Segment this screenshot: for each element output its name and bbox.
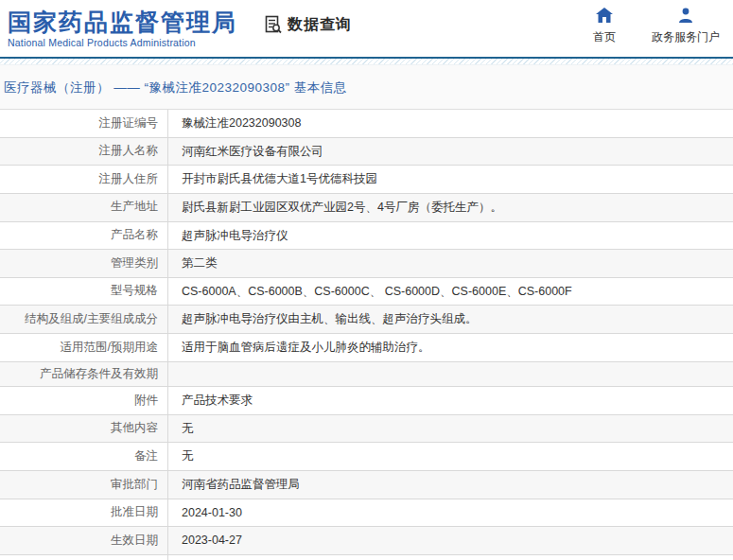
row-label: 审批部门 (0, 471, 168, 499)
row-label: 管理类别 (0, 250, 168, 277)
row-label-text: 备注 (134, 448, 158, 465)
row-value: 超声脉冲电导治疗仪由主机、输出线、超声治疗头组成。 (168, 306, 733, 333)
breadcrumb: 医疗器械（注册） —— “豫械注准20232090308” 基本信息 (0, 65, 733, 109)
row-label: 生产地址 (0, 194, 168, 221)
table-row: 产品名称超声脉冲电导治疗仪 (0, 222, 733, 251)
table-row: 生效日期2023-04-27 (0, 527, 733, 555)
row-value: 2028-04-26 (168, 555, 733, 560)
row-value: 第二类 (168, 250, 733, 277)
header-nav: 首页 政务服务门户 (593, 8, 720, 45)
row-label: 生效日期 (0, 527, 168, 554)
row-label: 注册人住所 (0, 166, 168, 193)
row-label-text: 管理类别 (111, 255, 158, 272)
row-label: 注册人名称 (0, 138, 168, 166)
table-row: 适用范围/预期用途适用于脑血管病后遗症及小儿肺炎的辅助治疗。 (0, 334, 733, 362)
row-value: 开封市尉氏县优德大道1号优德科技园 (168, 166, 733, 193)
row-value: 豫械注准20232090308 (168, 110, 733, 137)
row-label: 适用范围/预期用途 (0, 334, 168, 361)
row-label: 产品名称 (0, 222, 168, 250)
table-row: 注册人名称河南红米医疗设备有限公司 (0, 138, 733, 166)
header-hatch-band (0, 59, 733, 65)
row-label: 有效期至 (0, 555, 168, 560)
nav-gov-portal[interactable]: 政务服务门户 (652, 8, 720, 45)
row-value: 尉氏县新尉工业园区双优产业园2号、4号厂房（委托生产）。 (168, 194, 733, 221)
row-label-text: 产品储存条件及有效期 (40, 366, 158, 383)
table-row: 有效期至2028-04-26 (0, 555, 733, 560)
row-value: CS-6000A、CS-6000B、CS-6000C、 CS-6000D、CS-… (168, 278, 733, 306)
row-label-text: 生产地址 (111, 199, 158, 216)
table-row: 附件产品技术要求 (0, 387, 733, 415)
table-row: 型号规格CS-6000A、CS-6000B、CS-6000C、 CS-6000D… (0, 278, 733, 306)
row-value: 超声脉冲电导治疗仪 (168, 222, 733, 250)
row-value: 适用于脑血管病后遗症及小儿肺炎的辅助治疗。 (168, 334, 733, 361)
row-label: 注册证编号 (0, 110, 168, 137)
row-label-text: 型号规格 (111, 283, 158, 300)
nav-home-label: 首页 (593, 29, 616, 45)
row-value: 河南红米医疗设备有限公司 (168, 138, 733, 166)
row-value (168, 362, 733, 387)
site-subtitle: National Medical Products Administration (8, 37, 237, 48)
row-label-text: 批准日期 (111, 504, 158, 521)
row-value: 2024-01-30 (168, 499, 733, 527)
row-label-text: 适用范围/预期用途 (61, 340, 158, 357)
row-label-text: 产品名称 (111, 227, 158, 244)
site-title: 国家药品监督管理局 (8, 9, 237, 36)
row-label-text: 审批部门 (111, 477, 158, 494)
row-value: 河南省药品监督管理局 (168, 471, 733, 499)
site-logo[interactable]: 国家药品监督管理局 National Medical Products Admi… (8, 9, 237, 49)
row-label-text: 其他内容 (111, 420, 158, 437)
row-value: 无 (168, 443, 733, 470)
row-value: 产品技术要求 (168, 387, 733, 414)
table-row: 其他内容无 (0, 415, 733, 444)
table-row: 结构及组成/主要组成成分超声脉冲电导治疗仪由主机、输出线、超声治疗头组成。 (0, 306, 733, 334)
row-label: 备注 (0, 443, 168, 470)
row-label: 附件 (0, 387, 168, 414)
table-row: 注册人住所开封市尉氏县优德大道1号优德科技园 (0, 166, 733, 194)
data-query-label: 数据查询 (288, 15, 352, 35)
table-row: 批准日期2024-01-30 (0, 499, 733, 528)
registration-info-table: 注册证编号豫械注准20232090308注册人名称河南红米医疗设备有限公司注册人… (0, 109, 733, 560)
table-row: 管理类别第二类 (0, 250, 733, 278)
data-query-button[interactable]: 数据查询 (264, 15, 352, 35)
table-row: 产品储存条件及有效期 (0, 362, 733, 388)
row-label-text: 结构及组成/主要组成成分 (25, 311, 158, 328)
row-label-text: 注册人住所 (99, 171, 159, 188)
main-content: 医疗器械（注册） —— “豫械注准20232090308” 基本信息 注册证编号… (0, 65, 733, 560)
row-value: 无 (168, 415, 733, 443)
row-label: 型号规格 (0, 278, 168, 306)
row-label: 其他内容 (0, 415, 168, 443)
table-row: 注册证编号豫械注准20232090308 (0, 110, 733, 138)
row-label: 结构及组成/主要组成成分 (0, 306, 168, 333)
table-row: 备注无 (0, 443, 733, 471)
document-search-icon (264, 15, 283, 34)
nav-gov-portal-label: 政务服务门户 (652, 29, 720, 45)
nav-home[interactable]: 首页 (593, 8, 616, 45)
home-icon (596, 8, 613, 26)
user-icon (678, 8, 693, 26)
row-label-text: 生效日期 (111, 533, 158, 550)
row-label-text: 注册人名称 (99, 143, 159, 160)
site-header: 国家药品监督管理局 National Medical Products Admi… (0, 0, 733, 57)
row-label-text: 附件 (134, 393, 158, 410)
row-label: 批准日期 (0, 499, 168, 527)
row-label-text: 注册证编号 (99, 115, 159, 132)
table-row: 生产地址尉氏县新尉工业园区双优产业园2号、4号厂房（委托生产）。 (0, 194, 733, 222)
row-label: 产品储存条件及有效期 (0, 362, 168, 387)
row-value: 2023-04-27 (168, 527, 733, 554)
table-row: 审批部门河南省药品监督管理局 (0, 471, 733, 499)
